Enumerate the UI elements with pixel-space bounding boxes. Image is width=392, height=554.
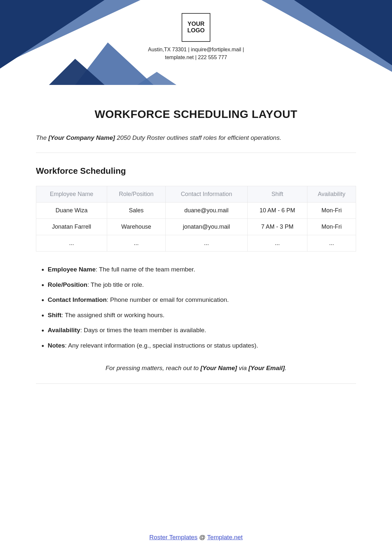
table-row: Duane Wiza Sales duane@you.mail 10 AM - … xyxy=(36,203,356,219)
contact-line-1: Austin,TX 73301 | inquire@fortiplex.mail… xyxy=(148,46,244,54)
closing-note: For pressing matters, reach out to [Your… xyxy=(36,365,356,372)
table-row: ... ... ... ... ... xyxy=(36,235,356,252)
section-heading: Workforce Scheduling xyxy=(36,166,356,176)
closing-name-placeholder: [Your Name] xyxy=(200,365,237,371)
def-term: Shift xyxy=(48,312,61,318)
closing-mid: via xyxy=(237,365,249,371)
col-role: Role/Position xyxy=(107,186,166,203)
def-term: Role/Position xyxy=(48,281,87,288)
cell-role: Warehouse xyxy=(107,219,166,235)
logo-text-line1: YOUR xyxy=(188,21,204,27)
definitions-list: Employee Name: The full name of the team… xyxy=(36,265,356,350)
def-desc: : The assigned shift or working hours. xyxy=(61,312,164,318)
footer: Roster Templates @ Template.net xyxy=(0,534,392,541)
def-desc: : The job title or role. xyxy=(87,281,144,288)
def-desc: : Any relevant information (e.g., specia… xyxy=(65,342,258,349)
logo-placeholder: YOUR LOGO xyxy=(182,13,210,42)
closing-email-placeholder: [Your Email] xyxy=(249,365,285,371)
cell-availability: ... xyxy=(307,235,356,252)
decorative-triangle xyxy=(137,72,176,85)
intro-paragraph: The [Your Company Name] 2050 Duty Roster… xyxy=(36,134,356,141)
footer-at: @ xyxy=(198,534,207,541)
cell-availability: Mon-Fri xyxy=(307,203,356,219)
closing-prefix: For pressing matters, reach out to xyxy=(106,365,200,371)
contact-line-2: template.net | 222 555 777 xyxy=(148,54,244,61)
footer-link-template-net[interactable]: Template.net xyxy=(207,534,243,541)
intro-company-placeholder: [Your Company Name] xyxy=(48,134,115,141)
intro-prefix: The xyxy=(36,134,48,141)
def-term: Availability xyxy=(48,327,80,334)
cell-employee: Jonatan Farrell xyxy=(36,219,107,235)
col-shift: Shift xyxy=(247,186,307,203)
closing-end: . xyxy=(285,365,286,371)
cell-contact: ... xyxy=(166,235,248,252)
cell-shift: 10 AM - 6 PM xyxy=(247,203,307,219)
col-contact: Contact Information xyxy=(166,186,248,203)
def-desc: : Phone number or email for communicatio… xyxy=(107,296,229,303)
list-item: Availability: Days or times the team mem… xyxy=(48,326,356,335)
document-page: YOUR LOGO Austin,TX 73301 | inquire@fort… xyxy=(0,0,392,554)
cell-availability: Mon-Fri xyxy=(307,219,356,235)
col-availability: Availability xyxy=(307,186,356,203)
list-item: Employee Name: The full name of the team… xyxy=(48,265,356,274)
decorative-triangle xyxy=(294,0,392,65)
cell-shift: 7 AM - 3 PM xyxy=(247,219,307,235)
document-title: WORKFORCE SCHEDULING LAYOUT xyxy=(36,108,356,121)
list-item: Contact Information: Phone number or ema… xyxy=(48,296,356,304)
cell-contact: duane@you.mail xyxy=(166,203,248,219)
logo-text-line2: LOGO xyxy=(188,27,205,34)
contact-info: Austin,TX 73301 | inquire@fortiplex.mail… xyxy=(148,46,244,61)
list-item: Shift: The assigned shift or working hou… xyxy=(48,311,356,320)
cell-employee: Duane Wiza xyxy=(36,203,107,219)
cell-role: ... xyxy=(107,235,166,252)
list-item: Role/Position: The job title or role. xyxy=(48,281,356,289)
def-desc: : The full name of the team member. xyxy=(96,266,195,273)
header-band: YOUR LOGO Austin,TX 73301 | inquire@fort… xyxy=(0,0,392,85)
def-term: Employee Name xyxy=(48,266,96,273)
cell-role: Sales xyxy=(107,203,166,219)
list-item: Notes: Any relevant information (e.g., s… xyxy=(48,341,356,350)
footer-link-roster[interactable]: Roster Templates xyxy=(149,534,198,541)
table-header-row: Employee Name Role/Position Contact Info… xyxy=(36,186,356,203)
divider xyxy=(36,153,356,153)
table-row: Jonatan Farrell Warehouse jonatan@you.ma… xyxy=(36,219,356,235)
intro-suffix: 2050 Duty Roster outlines staff roles fo… xyxy=(115,134,281,141)
cell-employee: ... xyxy=(36,235,107,252)
cell-shift: ... xyxy=(247,235,307,252)
schedule-table: Employee Name Role/Position Contact Info… xyxy=(36,186,356,252)
divider xyxy=(36,383,356,384)
cell-contact: jonatan@you.mail xyxy=(166,219,248,235)
decorative-triangle xyxy=(49,59,105,85)
document-body: WORKFORCE SCHEDULING LAYOUT The [Your Co… xyxy=(0,85,392,384)
def-term: Notes xyxy=(48,342,65,349)
def-term: Contact Information xyxy=(48,296,107,303)
def-desc: : Days or times the team member is avail… xyxy=(80,327,206,334)
col-employee-name: Employee Name xyxy=(36,186,107,203)
